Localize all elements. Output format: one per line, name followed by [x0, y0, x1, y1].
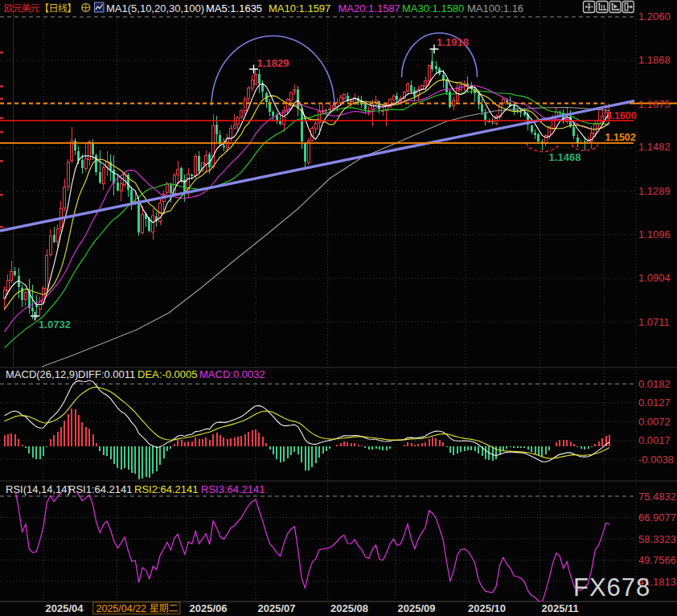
svg-text:RSI(14,14,14): RSI(14,14,14) [6, 483, 71, 495]
svg-text:RSI2:64.2141: RSI2:64.2141 [134, 483, 199, 495]
svg-text:1.1600: 1.1600 [606, 110, 637, 121]
svg-text:58.3323: 58.3323 [638, 533, 676, 545]
svg-text:MA5:1.1635: MA5:1.1635 [206, 2, 262, 14]
svg-text:0.0072: 0.0072 [638, 416, 671, 428]
svg-text:DIFF:0.0011: DIFF:0.0011 [78, 368, 135, 380]
svg-text:MA20:1.1587: MA20:1.1587 [338, 2, 400, 14]
svg-text:-0.0038: -0.0038 [638, 454, 674, 466]
svg-text:1.0904: 1.0904 [638, 272, 671, 284]
svg-text:1.1289: 1.1289 [638, 185, 671, 197]
svg-text:1.1918: 1.1918 [437, 36, 469, 48]
svg-text:49.7566: 49.7566 [638, 554, 676, 566]
svg-text:2025/07: 2025/07 [258, 602, 296, 614]
svg-text:2025/06: 2025/06 [190, 602, 228, 614]
svg-text:MACD(26,12,9): MACD(26,12,9) [6, 368, 78, 380]
svg-text:FX678: FX678 [573, 573, 650, 602]
svg-text:1.1468: 1.1468 [549, 151, 581, 163]
svg-text:2025/08: 2025/08 [330, 602, 368, 614]
svg-text:1.1675: 1.1675 [638, 98, 671, 110]
svg-text:1.1096: 1.1096 [638, 228, 671, 240]
svg-text:MA10:1.1597: MA10:1.1597 [269, 2, 330, 14]
svg-text:RSI3:64.2141: RSI3:64.2141 [201, 483, 265, 495]
svg-text:MA30:1.1580: MA30:1.1580 [402, 2, 464, 14]
svg-text:1.1482: 1.1482 [638, 141, 671, 153]
svg-text:2025/04/22: 2025/04/22 [96, 603, 147, 614]
svg-text:2025/09: 2025/09 [398, 602, 436, 614]
svg-text:0.0127: 0.0127 [638, 396, 671, 409]
svg-text:0.0017: 0.0017 [638, 434, 671, 446]
svg-text:66.9077: 66.9077 [638, 511, 676, 524]
svg-text:1.1868: 1.1868 [638, 54, 671, 66]
svg-text:2025/11: 2025/11 [542, 602, 579, 614]
svg-text:1.1502: 1.1502 [605, 132, 636, 143]
svg-text:1.1829: 1.1829 [257, 57, 289, 69]
svg-text:MACD:0.0032: MACD:0.0032 [199, 368, 265, 380]
svg-text:1.2060: 1.2060 [638, 10, 671, 23]
svg-text:MA1(5,10,20,30,100): MA1(5,10,20,30,100) [106, 2, 204, 14]
svg-text:2025/04: 2025/04 [46, 602, 84, 614]
svg-text:MA100:1.16: MA100:1.16 [467, 2, 523, 14]
svg-text:1.0711: 1.0711 [638, 316, 670, 328]
svg-text:75.4832: 75.4832 [638, 491, 676, 503]
svg-text:DEA:-0.0005: DEA:-0.0005 [137, 368, 197, 380]
svg-text:2025/10: 2025/10 [468, 602, 506, 614]
svg-text:0.0182: 0.0182 [638, 378, 671, 390]
svg-text:1.0732: 1.0732 [39, 318, 71, 331]
